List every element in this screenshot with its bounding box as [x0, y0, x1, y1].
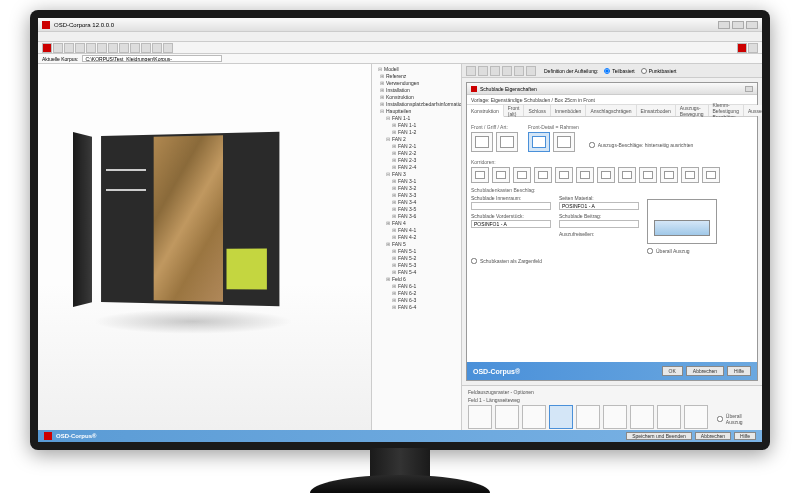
help-button[interactable]: Hilfe — [727, 366, 751, 376]
tree-node[interactable]: ⊞Verwendungen — [374, 80, 459, 87]
corridor-option[interactable] — [681, 167, 699, 183]
chk-zarge[interactable]: Schubkasten als Zargenfeld — [471, 258, 753, 264]
chk-aussen[interactable]: Überall Auszug — [647, 248, 717, 254]
front-option[interactable] — [471, 132, 493, 152]
inner-space-select[interactable] — [471, 202, 551, 210]
tree-node[interactable]: ⊟Hauptteilen — [374, 108, 459, 115]
dialog-tab[interactable]: Konstruktion — [467, 105, 504, 117]
corridor-option[interactable] — [597, 167, 615, 183]
cancel-button[interactable]: Abbrechen — [695, 432, 731, 440]
tree-node[interactable]: ⊞FAN 5-3 — [374, 262, 459, 269]
tree-node[interactable]: ⊟FAN 1-1 — [374, 115, 459, 122]
front-detail-option[interactable] — [553, 132, 575, 152]
dialog-tab[interactable]: Einsatzboden — [637, 105, 676, 116]
radio-teilbasiert[interactable]: Teilbasiert — [604, 68, 635, 74]
save-exit-button[interactable]: Speichern und Beenden — [626, 432, 692, 440]
tree-node[interactable]: ⊞FAN 3-1 — [374, 178, 459, 185]
toolbar-icon[interactable] — [163, 43, 173, 53]
dialog-tab[interactable]: Auszugs-Bewegung — [676, 105, 709, 116]
tree-node[interactable]: ⊞FAN 6-2 — [374, 290, 459, 297]
toolbar-icon[interactable] — [86, 43, 96, 53]
field-option[interactable] — [657, 405, 681, 429]
tree-node[interactable]: ⊞FAN 2-2 — [374, 150, 459, 157]
tree-node[interactable]: ⊞FAN 4 — [374, 220, 459, 227]
tree-node[interactable]: ⊞FAN 5-2 — [374, 255, 459, 262]
ok-button[interactable]: OK — [662, 366, 683, 376]
toolbar-icon[interactable] — [64, 43, 74, 53]
dialog-tab[interactable]: Innenböden — [551, 105, 586, 116]
field-option[interactable] — [684, 405, 708, 429]
close-button[interactable] — [746, 21, 758, 29]
dialog-tab[interactable]: Front (alt) — [504, 105, 525, 116]
toolbar-icon[interactable] — [737, 43, 747, 53]
dialog-tab[interactable]: Schloss — [524, 105, 551, 116]
tree-node[interactable]: ⊞FAN 1-2 — [374, 129, 459, 136]
tree-node[interactable]: ⊞FAN 6-1 — [374, 283, 459, 290]
tree-node[interactable]: ⊞Installation — [374, 87, 459, 94]
cancel-button[interactable]: Abbrechen — [686, 366, 724, 376]
tree-node[interactable]: ⊞FAN 3-3 — [374, 192, 459, 199]
chk-align[interactable]: Auszugs-Beschläge: hinterseitig ausricht… — [589, 133, 694, 156]
corridor-option[interactable] — [555, 167, 573, 183]
field-option[interactable] — [549, 405, 573, 429]
tree-node[interactable]: ⊟FAN 2 — [374, 136, 459, 143]
tree-node[interactable]: ⊞FAN 6-4 — [374, 304, 459, 311]
tree-node[interactable]: ⊞FAN 5-4 — [374, 269, 459, 276]
toolbar-icon[interactable] — [97, 43, 107, 53]
toolbar-icon[interactable] — [53, 43, 63, 53]
field-option[interactable] — [495, 405, 519, 429]
menubar[interactable] — [38, 32, 762, 42]
help-button[interactable]: Hilfe — [734, 432, 756, 440]
prop-tool-icon[interactable] — [466, 66, 476, 76]
corridor-option[interactable] — [534, 167, 552, 183]
tree-node[interactable]: ⊞FAN 4-1 — [374, 227, 459, 234]
maximize-button[interactable] — [732, 21, 744, 29]
front-option[interactable] — [496, 132, 518, 152]
tree-root[interactable]: ⊟Modell — [374, 66, 459, 73]
tree-node[interactable]: ⊟FAN 3 — [374, 171, 459, 178]
tree-node[interactable]: ⊞Referenz — [374, 73, 459, 80]
tree-node[interactable]: ⊞FAN 3-6 — [374, 213, 459, 220]
field-option[interactable] — [630, 405, 654, 429]
tree-node[interactable]: ⊞FAN 2-4 — [374, 164, 459, 171]
tree-node[interactable]: ⊞FAN 3-2 — [374, 185, 459, 192]
prop-tool-icon[interactable] — [478, 66, 488, 76]
toolbar-icon[interactable] — [75, 43, 85, 53]
side-material-select[interactable] — [559, 202, 639, 210]
prop-tool-icon[interactable] — [526, 66, 536, 76]
prop-tool-icon[interactable] — [514, 66, 524, 76]
dialog-close-button[interactable] — [745, 86, 753, 92]
front-detail-option[interactable] — [528, 132, 550, 152]
tree-node[interactable]: ⊞FAN 6-3 — [374, 297, 459, 304]
tree-node[interactable]: ⊞Installationsplatzbedarfsinformationen — [374, 101, 459, 108]
tree-node[interactable]: ⊞Konstruktion — [374, 94, 459, 101]
tree-node[interactable]: ⊞Feld 6 — [374, 276, 459, 283]
field-option[interactable] — [468, 405, 492, 429]
toolbar-icon[interactable] — [141, 43, 151, 53]
corridor-option[interactable] — [618, 167, 636, 183]
dialog-tab[interactable]: Aussenecken — [744, 105, 762, 116]
tree-node[interactable]: ⊞FAN 5-1 — [374, 248, 459, 255]
corridor-option[interactable] — [660, 167, 678, 183]
drawer-contrib-select[interactable] — [559, 220, 639, 228]
chk-overall[interactable]: Überall Auszug — [717, 409, 756, 429]
3d-viewport[interactable] — [38, 64, 372, 430]
toolbar-icon[interactable] — [130, 43, 140, 53]
field-option[interactable] — [522, 405, 546, 429]
corridor-option[interactable] — [576, 167, 594, 183]
toolbar-icon[interactable] — [748, 43, 758, 53]
prop-tool-icon[interactable] — [490, 66, 500, 76]
corridor-option[interactable] — [513, 167, 531, 183]
tree-node[interactable]: ⊞FAN 5 — [374, 241, 459, 248]
prop-tool-icon[interactable] — [502, 66, 512, 76]
path-field[interactable]: C:\KORPUS\Test_Kleidrungen\Korpus-Gemisc… — [82, 55, 222, 62]
tree-node[interactable]: ⊞FAN 3-4 — [374, 199, 459, 206]
toolbar-icon[interactable] — [108, 43, 118, 53]
minimize-button[interactable] — [718, 21, 730, 29]
tree-node[interactable]: ⊞FAN 1-1 — [374, 122, 459, 129]
corridor-option[interactable] — [639, 167, 657, 183]
tree-node[interactable]: ⊞FAN 2-3 — [374, 157, 459, 164]
tree-node[interactable]: ⊞FAN 3-5 — [374, 206, 459, 213]
toolbar-icon[interactable] — [119, 43, 129, 53]
field-option[interactable] — [576, 405, 600, 429]
